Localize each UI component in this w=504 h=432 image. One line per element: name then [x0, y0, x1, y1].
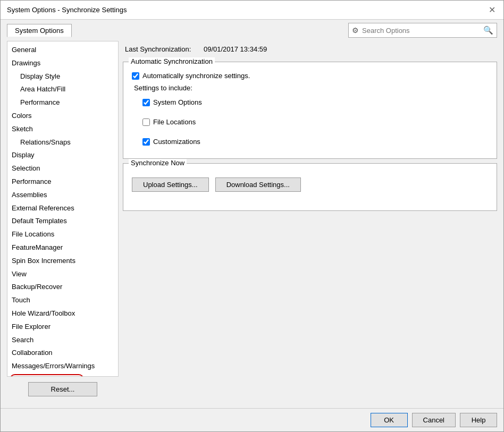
include-text: Settings to include: [134, 84, 192, 92]
sidebar-item-performance-draw[interactable]: Performance [7, 96, 118, 109]
last-sync-value: 09/01/2017 13:34:59 [204, 45, 267, 53]
system-options-tab[interactable]: System Options [7, 24, 72, 37]
search-icon: 🔍 [483, 26, 493, 35]
sidebar-item-file-locations[interactable]: File Locations [7, 228, 118, 241]
sidebar-item-display[interactable]: Display [7, 149, 118, 162]
sidebar-item-spin-box[interactable]: Spin Box Increments [7, 255, 118, 268]
search-box: ⚙ 🔍 [348, 23, 497, 38]
sidebar-item-default-templates[interactable]: Default Templates [7, 215, 118, 228]
last-sync-label: Last Synchronization: [125, 45, 191, 53]
last-sync-row: Last Synchronization: 09/01/2017 13:34:5… [123, 41, 497, 57]
sidebar-item-drawings[interactable]: Drawings [7, 57, 118, 70]
dialog-title: System Options - Synchronize Settings [7, 6, 127, 14]
toolbar: System Options ⚙ 🔍 [1, 20, 503, 41]
close-button[interactable]: ✕ [486, 5, 497, 15]
help-button[interactable]: Help [460, 413, 497, 427]
left-bottom: Reset... [7, 377, 119, 402]
download-settings-button[interactable]: Download Settings... [215, 177, 301, 192]
include-label: Settings to include: [134, 84, 488, 92]
system-options-dialog: System Options - Synchronize Settings ✕ … [0, 0, 504, 432]
sidebar-item-file-explorer[interactable]: File Explorer [7, 320, 118, 334]
sidebar-item-relations-snaps[interactable]: Relations/Snaps [7, 136, 118, 149]
sidebar-item-display-style[interactable]: Display Style [7, 70, 118, 83]
upload-settings-button[interactable]: Upload Settings... [132, 177, 209, 192]
sync-buttons: Upload Settings... Download Settings... [132, 177, 488, 192]
left-panel-container: General Drawings Display Style Area Hatc… [7, 41, 119, 402]
file-locations-checkbox[interactable] [142, 118, 150, 126]
customizations-row: Customizations [142, 138, 488, 146]
auto-sync-checkbox-row: Automatically synchronize settings. [132, 72, 488, 80]
footer: OK Cancel Help [1, 408, 503, 431]
reset-button[interactable]: Reset... [28, 382, 97, 396]
sidebar-item-synchronize-wrapper: Synchronize Settings [7, 373, 118, 377]
sidebar-item-messages-errors[interactable]: Messages/Errors/Warnings [7, 360, 118, 373]
file-locations-row: File Locations [142, 118, 488, 126]
sidebar-item-assemblies[interactable]: Assemblies [7, 189, 118, 202]
sync-now-group: Synchronize Now Upload Settings... Downl… [123, 163, 497, 211]
sidebar-item-backup-recover[interactable]: Backup/Recover [7, 281, 118, 294]
search-input[interactable] [362, 27, 483, 35]
customizations-checkbox[interactable] [142, 138, 150, 146]
auto-sync-title: Automatic Synchronization [129, 57, 215, 65]
auto-sync-content: Automatically synchronize settings. Sett… [132, 72, 488, 150]
sidebar-item-selection[interactable]: Selection [7, 162, 118, 175]
sidebar-item-general[interactable]: General [7, 44, 118, 57]
sidebar-item-search[interactable]: Search [7, 334, 118, 347]
sidebar-item-hole-wizard[interactable]: Hole Wizard/Toolbox [7, 307, 118, 320]
ok-button[interactable]: OK [371, 413, 408, 427]
auto-sync-checkbox[interactable] [132, 72, 139, 80]
customizations-label: Customizations [153, 138, 200, 146]
system-options-checkbox[interactable] [142, 99, 150, 106]
file-locations-label: File Locations [153, 118, 196, 126]
cancel-button[interactable]: Cancel [412, 413, 456, 427]
sidebar-item-collaboration[interactable]: Collaboration [7, 346, 118, 360]
system-options-label: System Options [153, 98, 202, 106]
sidebar-item-performance[interactable]: Performance [7, 175, 118, 189]
sidebar-item-view[interactable]: View [7, 268, 118, 281]
gear-icon: ⚙ [352, 26, 359, 35]
sidebar-item-feature-manager[interactable]: FeatureManager [7, 241, 118, 255]
right-panel: Last Synchronization: 09/01/2017 13:34:5… [123, 41, 497, 402]
sidebar-item-area-hatch[interactable]: Area Hatch/Fill [7, 83, 118, 96]
sidebar-item-colors[interactable]: Colors [7, 109, 118, 123]
auto-sync-label: Automatically synchronize settings. [142, 72, 250, 80]
sidebar-item-sketch[interactable]: Sketch [7, 123, 118, 136]
sub-checkboxes: System Options File Locations Customizat… [142, 94, 488, 150]
sync-now-title: Synchronize Now [129, 159, 187, 167]
auto-sync-group: Automatic Synchronization Automatically … [123, 62, 497, 159]
title-bar: System Options - Synchronize Settings ✕ [1, 1, 503, 20]
nav-panel: General Drawings Display Style Area Hatc… [7, 41, 119, 377]
sidebar-item-external-references[interactable]: External References [7, 202, 118, 215]
main-content: General Drawings Display Style Area Hatc… [1, 41, 503, 408]
system-options-row: System Options [142, 98, 488, 106]
sidebar-item-touch[interactable]: Touch [7, 294, 118, 307]
